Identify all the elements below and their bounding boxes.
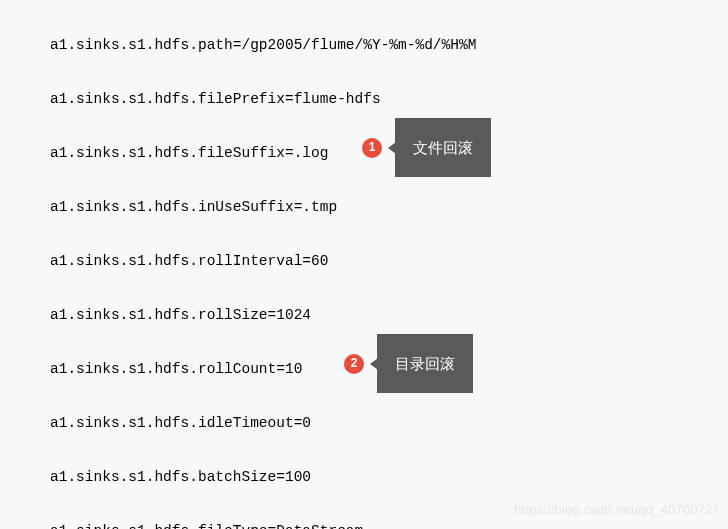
annotation-label: 文件回滚: [395, 118, 491, 177]
annotation-file-rollback: 1 文件回滚: [362, 118, 491, 177]
code-block: a1.sinks.s1.hdfs.path=/gp2005/flume/%Y-%…: [0, 0, 728, 529]
code-line: a1.sinks.s1.hdfs.rollSize=1024: [50, 302, 728, 329]
watermark: https://blog.csdn.net/qq_40700727: [514, 496, 720, 523]
code-line: a1.sinks.s1.hdfs.path=/gp2005/flume/%Y-%…: [50, 32, 728, 59]
code-line: a1.sinks.s1.hdfs.filePrefix=flume-hdfs: [50, 86, 728, 113]
code-line: a1.sinks.s1.hdfs.rollInterval=60: [50, 248, 728, 275]
code-line: a1.sinks.s1.hdfs.batchSize=100: [50, 464, 728, 491]
annotation-badge: 1: [362, 138, 382, 158]
code-line: a1.sinks.s1.hdfs.idleTimeout=0: [50, 410, 728, 437]
code-line: a1.sinks.s1.hdfs.inUseSuffix=.tmp: [50, 194, 728, 221]
annotation-dir-rollback: 2 目录回滚: [344, 334, 473, 393]
annotation-badge: 2: [344, 354, 364, 374]
annotation-label: 目录回滚: [377, 334, 473, 393]
